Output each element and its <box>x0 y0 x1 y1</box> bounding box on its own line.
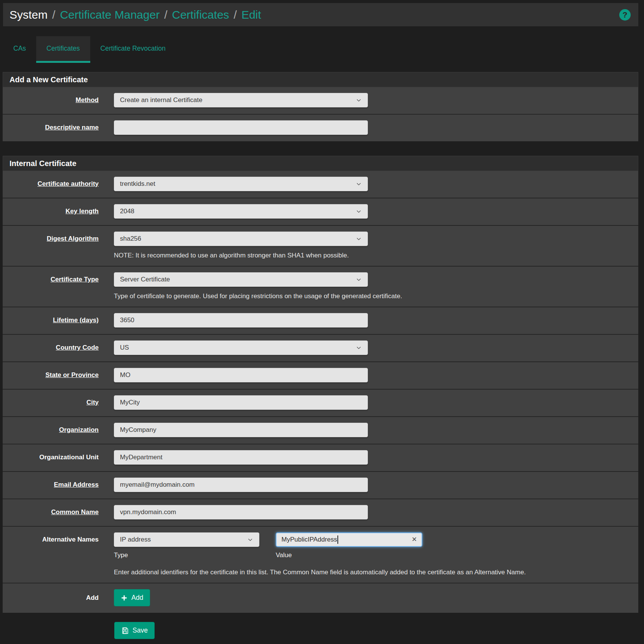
help-icon[interactable]: ? <box>619 9 631 21</box>
state-or-province-input[interactable] <box>114 368 368 382</box>
lifetime-input[interactable] <box>114 313 368 328</box>
country-code-label: Country Code <box>3 340 114 355</box>
alternative-names-note: Enter additional identifiers for the cer… <box>114 569 638 576</box>
email-address-input[interactable] <box>114 478 368 492</box>
certificate-type-select[interactable]: Server Certificate <box>114 272 368 287</box>
key-length-value: 2048 <box>120 208 134 215</box>
breadcrumb-separator: / <box>52 8 55 21</box>
add-row-label: Add <box>3 589 114 606</box>
certificate-authority-value: trentkids.net <box>120 180 155 188</box>
common-name-input[interactable] <box>114 505 368 519</box>
method-select-value: Create an internal Certificate <box>120 96 202 104</box>
row-organization: Organization <box>3 416 638 444</box>
country-code-select[interactable]: US <box>114 340 368 355</box>
form-actions: Save <box>114 622 644 639</box>
tab-cas[interactable]: CAs <box>3 36 36 63</box>
row-email-address: Email Address <box>3 471 638 499</box>
row-common-name: Common Name <box>3 499 638 526</box>
tab-certificates[interactable]: Certificates <box>36 36 90 63</box>
lifetime-label: Lifetime (days) <box>3 313 114 328</box>
alternative-names-label: Alternative Names <box>3 532 114 576</box>
digest-algorithm-label: Digest Algorithm <box>3 232 114 259</box>
row-lifetime: Lifetime (days) <box>3 307 638 334</box>
alt-name-type-caption: Type <box>114 551 259 559</box>
state-or-province-label: State or Province <box>3 368 114 382</box>
alt-name-type-value: IP address <box>120 536 151 543</box>
breadcrumb-edit[interactable]: Edit <box>241 8 261 21</box>
panel-title: Add a New Certificate <box>3 72 638 87</box>
alt-name-type-select[interactable]: IP address <box>114 532 259 547</box>
certificate-authority-select[interactable]: trentkids.net <box>114 177 368 191</box>
panel-add-new-certificate: Add a New Certificate Method Create an i… <box>3 72 638 141</box>
save-icon <box>121 627 129 634</box>
digest-algorithm-value: sha256 <box>120 235 141 243</box>
alt-name-value-input[interactable]: MyPublicIPAddress ✕ <box>276 532 422 547</box>
chevron-down-icon <box>356 276 362 283</box>
descriptive-name-label: Descriptive name <box>3 120 114 135</box>
chevron-down-icon <box>356 345 362 351</box>
row-state-or-province: State or Province <box>3 361 638 389</box>
key-length-label: Key length <box>3 204 114 219</box>
breadcrumb-certificates[interactable]: Certificates <box>172 8 229 21</box>
certificate-authority-label: Certificate authority <box>3 177 114 191</box>
chevron-down-icon <box>247 537 253 543</box>
panel-internal-certificate: Internal Certificate Certificate authori… <box>3 156 638 613</box>
breadcrumb-separator: / <box>164 8 167 21</box>
method-select[interactable]: Create an internal Certificate <box>114 93 368 107</box>
save-button-label: Save <box>133 626 148 634</box>
chevron-down-icon <box>356 236 362 242</box>
city-label: City <box>3 395 114 410</box>
text-caret <box>337 535 338 544</box>
save-button[interactable]: Save <box>114 622 155 639</box>
row-certificate-type: Certificate Type Server Certificate Type… <box>3 266 638 307</box>
chevron-down-icon <box>356 181 362 187</box>
tab-certificate-revocation[interactable]: Certificate Revocation <box>90 36 176 63</box>
email-address-label: Email Address <box>3 478 114 492</box>
chevron-down-icon <box>356 208 362 214</box>
row-country-code: Country Code US <box>3 334 638 361</box>
clear-icon[interactable]: ✕ <box>412 535 417 543</box>
breadcrumb-system: System <box>10 8 48 21</box>
row-key-length: Key length 2048 <box>3 198 638 225</box>
row-certificate-authority: Certificate authority trentkids.net <box>3 171 638 198</box>
breadcrumb-separator: / <box>234 8 237 21</box>
breadcrumb-certificate-manager[interactable]: Certificate Manager <box>60 8 160 21</box>
organizational-unit-input[interactable] <box>114 450 368 465</box>
country-code-value: US <box>120 344 129 352</box>
row-alternative-names: Alternative Names IP address Type MyPubl… <box>3 526 638 583</box>
panel-title: Internal Certificate <box>3 156 638 171</box>
common-name-label: Common Name <box>3 505 114 519</box>
tab-bar: CAs Certificates Certificate Revocation <box>3 36 638 63</box>
organizational-unit-label: Organizational Unit <box>3 450 114 465</box>
chevron-down-icon <box>356 97 362 103</box>
add-button-label: Add <box>131 594 143 602</box>
organization-label: Organization <box>3 423 114 437</box>
certificate-type-note: Type of certificate to generate. Used fo… <box>114 292 638 300</box>
row-city: City <box>3 389 638 416</box>
row-descriptive-name: Descriptive name <box>3 114 638 141</box>
organization-input[interactable] <box>114 423 368 437</box>
alt-name-value-text: MyPublicIPAddress <box>281 536 337 543</box>
breadcrumb-bar: System / Certificate Manager / Certifica… <box>3 3 638 26</box>
row-digest-algorithm: Digest Algorithm sha256 NOTE: It is reco… <box>3 225 638 266</box>
add-button[interactable]: Add <box>114 589 150 606</box>
city-input[interactable] <box>114 395 368 410</box>
row-organizational-unit: Organizational Unit <box>3 444 638 471</box>
alt-name-value-caption: Value <box>276 551 422 559</box>
key-length-select[interactable]: 2048 <box>114 204 368 219</box>
certificate-type-value: Server Certificate <box>120 276 170 283</box>
certificate-type-label: Certificate Type <box>3 272 114 300</box>
digest-algorithm-note: NOTE: It is recommended to use an algori… <box>114 252 638 259</box>
plus-icon <box>121 594 128 601</box>
row-method: Method Create an internal Certificate <box>3 87 638 114</box>
descriptive-name-input[interactable] <box>114 120 368 135</box>
row-add: Add Add <box>3 583 638 613</box>
digest-algorithm-select[interactable]: sha256 <box>114 232 368 246</box>
method-label: Method <box>3 93 114 107</box>
